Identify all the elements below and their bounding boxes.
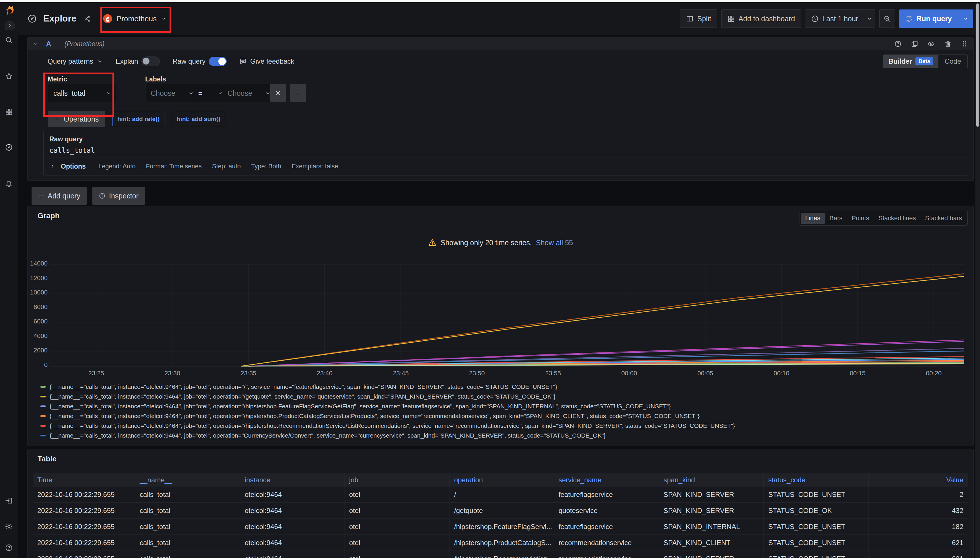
graph-mode-points[interactable]: Points bbox=[847, 213, 874, 224]
table-cell: 2022-10-16 00:22:29.655 bbox=[33, 551, 135, 558]
top-navigation: Explore Prometheus Split Add to dashboar… bbox=[18, 2, 980, 35]
label-name-placeholder: Choose bbox=[151, 89, 175, 97]
trash-icon[interactable] bbox=[944, 40, 952, 48]
x-axis-tick: 00:00 bbox=[616, 369, 642, 377]
legend-item-5[interactable]: {__name__="calls_total", instance="otelc… bbox=[41, 431, 606, 440]
table-cell: SPAN_KIND_CLIENT bbox=[659, 535, 764, 551]
metric-select[interactable]: calls_total bbox=[48, 84, 116, 102]
legend-item-4[interactable]: {__name__="calls_total", instance="otelc… bbox=[41, 422, 735, 430]
raw-query-toggle-group: Raw query bbox=[173, 57, 227, 66]
legend-item-0[interactable]: {__name__="calls_total", instance="otelc… bbox=[41, 382, 557, 391]
apps-icon[interactable] bbox=[5, 108, 13, 116]
split-button[interactable]: Split bbox=[680, 10, 717, 28]
graph-mode-lines[interactable]: Lines bbox=[801, 213, 825, 224]
scrollbar-thumb[interactable] bbox=[976, 3, 979, 127]
gear-icon[interactable] bbox=[5, 522, 13, 530]
explain-label: Explain bbox=[116, 57, 138, 66]
share-icon[interactable] bbox=[84, 15, 91, 22]
table-cell: otelcol:9464 bbox=[240, 551, 345, 558]
table-row-3: 2022-10-16 00:22:29.655calls_totalotelco… bbox=[33, 535, 968, 551]
y-axis-tick: 0 bbox=[28, 361, 48, 369]
query-header-row[interactable]: A (Prometheus) bbox=[28, 38, 973, 50]
table-column-header-value[interactable]: Value bbox=[869, 473, 968, 487]
add-to-dashboard-button[interactable]: Add to dashboard bbox=[721, 10, 801, 28]
table-column-header-time[interactable]: Time bbox=[33, 473, 135, 487]
signin-icon[interactable] bbox=[5, 497, 13, 505]
table-column-header-job[interactable]: job bbox=[345, 473, 449, 487]
page-scrollbar[interactable] bbox=[975, 2, 980, 558]
chevron-right-icon bbox=[49, 163, 56, 169]
run-query-button[interactable]: Run query bbox=[899, 10, 973, 28]
table-panel: Table Time__name__instancejoboperationse… bbox=[27, 449, 974, 558]
legend-item-truncated[interactable]: {__name__="calls_total", instance="otelc… bbox=[41, 444, 557, 446]
graph-mode-stacked-lines[interactable]: Stacked lines bbox=[874, 213, 921, 224]
table-cell: 2022-10-16 00:22:29.655 bbox=[33, 487, 135, 502]
table-cell: otel bbox=[345, 551, 449, 558]
sidebar bbox=[0, 2, 18, 558]
table-cell: / bbox=[449, 487, 554, 502]
table-column-header--name-[interactable]: __name__ bbox=[135, 473, 240, 487]
table-cell: otelcol:9464 bbox=[240, 519, 345, 535]
browser-edge-strip bbox=[0, 0, 980, 2]
sidebar-expand-button[interactable] bbox=[5, 21, 15, 30]
table-cell: /getquote bbox=[449, 503, 554, 519]
drag-grip-icon[interactable] bbox=[961, 40, 968, 48]
table-column-header-instance[interactable]: instance bbox=[240, 473, 345, 487]
x-axis-tick: 00:05 bbox=[692, 369, 719, 377]
help-circle-icon[interactable] bbox=[894, 40, 902, 48]
explain-toggle[interactable] bbox=[141, 56, 160, 66]
table-cell: 2 bbox=[869, 487, 968, 502]
graph-mode-bars[interactable]: Bars bbox=[825, 213, 847, 224]
table-column-header-span-kind[interactable]: span_kind bbox=[659, 473, 764, 487]
eye-icon[interactable] bbox=[927, 40, 935, 48]
raw-query-toggle[interactable] bbox=[209, 57, 227, 66]
search-icon[interactable] bbox=[5, 36, 13, 44]
legend-item-2[interactable]: {__name__="calls_total", instance="otelc… bbox=[41, 402, 671, 410]
add-label-filter-button[interactable] bbox=[290, 84, 306, 102]
give-feedback-link[interactable]: Give feedback bbox=[239, 57, 294, 66]
datasource-picker[interactable]: Prometheus bbox=[100, 8, 170, 29]
builder-tab[interactable]: Builder Beta bbox=[883, 55, 939, 68]
compass-icon[interactable] bbox=[5, 143, 13, 151]
metric-value: calls_total bbox=[53, 89, 85, 97]
warning-text: Showing only 20 time series. bbox=[441, 239, 532, 247]
add-query-label: Add query bbox=[48, 192, 81, 200]
code-tab[interactable]: Code bbox=[939, 57, 967, 66]
remove-label-filter-button[interactable] bbox=[270, 84, 286, 102]
legend-item-3[interactable]: {__name__="calls_total", instance="otelc… bbox=[41, 412, 700, 420]
inspector-button[interactable]: Inspector bbox=[92, 187, 145, 205]
table-column-header-operation[interactable]: operation bbox=[449, 473, 554, 487]
time-range-caret[interactable] bbox=[863, 10, 875, 28]
table-row-1: 2022-10-16 00:22:29.655calls_totalotelco… bbox=[33, 503, 968, 519]
table-column-header-service-name[interactable]: service_name bbox=[554, 473, 659, 487]
star-icon[interactable] bbox=[5, 72, 13, 80]
table-cell: calls_total bbox=[135, 503, 240, 519]
bell-icon[interactable] bbox=[5, 179, 13, 187]
graph-mode-stacked-bars[interactable]: Stacked bars bbox=[921, 213, 967, 224]
table-cell: STATUS_CODE_UNSET bbox=[764, 519, 869, 535]
legend-item-1[interactable]: {__name__="calls_total", instance="otelc… bbox=[41, 392, 556, 401]
time-range-picker[interactable]: Last 1 hour bbox=[805, 10, 875, 28]
builder-code-switch: Builder Beta Code bbox=[883, 54, 968, 68]
query-hint-button-1[interactable]: hint: add sum() bbox=[172, 112, 225, 126]
table-cell: 2022-10-16 00:22:29.655 bbox=[33, 519, 135, 535]
operations-button[interactable]: Operations bbox=[48, 111, 105, 127]
grafana-logo-icon[interactable] bbox=[3, 4, 15, 16]
chevron-down-icon[interactable] bbox=[962, 15, 969, 22]
label-value-select[interactable]: Choose bbox=[222, 84, 275, 102]
table-cell: calls_total bbox=[135, 519, 240, 535]
chevron-down-icon[interactable] bbox=[33, 41, 39, 47]
table-column-header-status-code[interactable]: status_code bbox=[764, 473, 869, 487]
help-icon[interactable] bbox=[5, 544, 13, 552]
table-cell: STATUS_CODE_UNSET bbox=[764, 551, 869, 558]
copy-icon[interactable] bbox=[911, 40, 918, 48]
show-all-series-link[interactable]: Show all 55 bbox=[536, 239, 573, 247]
info-circle-icon bbox=[99, 192, 105, 199]
query-hint-button-0[interactable]: hint: add rate() bbox=[112, 112, 164, 126]
query-patterns-dropdown[interactable]: Query patterns bbox=[48, 57, 103, 66]
query-options-row[interactable]: Options Legend: AutoFormat: Time seriesS… bbox=[43, 157, 967, 176]
add-query-button[interactable]: Add query bbox=[31, 187, 87, 205]
y-axis-tick: 14000 bbox=[28, 260, 48, 267]
label-name-select[interactable]: Choose bbox=[145, 84, 199, 102]
zoom-out-button[interactable] bbox=[879, 10, 895, 28]
